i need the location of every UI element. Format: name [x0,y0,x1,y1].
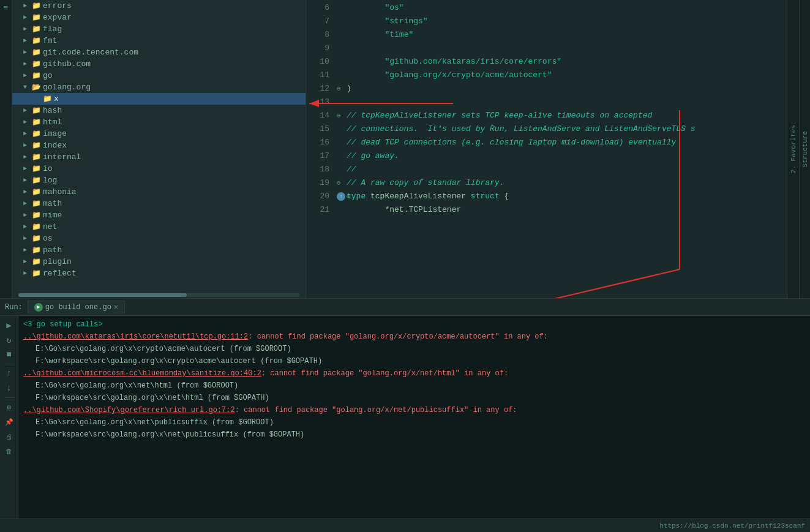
arrow-icon: ► [23,270,32,277]
play-button[interactable]: ▶ [2,318,16,332]
sidebar-item-errors[interactable]: ► 📁 errors [12,0,306,12]
sidebar-item-hash[interactable]: ► 📁 hash [12,105,306,116]
code-line-17: 17 // go away. [306,149,787,163]
error-link-3[interactable]: ..\github.com\Shopify\goreferrer\rich_ur… [23,406,235,414]
sidebar-item-internal[interactable]: ► 📁 internal [12,151,306,163]
sidebar-item-index[interactable]: ► 📁 index [12,140,306,151]
sidebar-item-image[interactable]: ► 📁 image [12,128,306,140]
sidebar-item-html[interactable]: ► 📁 html [12,116,306,128]
sidebar-item-label: mahonia [43,187,77,197]
settings-button[interactable]: ⚙ [2,400,16,414]
scrollbar-thumb[interactable] [18,293,187,297]
close-tab-button[interactable]: ✕ [114,302,118,312]
sidebar-item-git[interactable]: ► 📁 git.code.tencent.com [12,47,306,58]
folder-icon: 📁 [32,245,43,255]
fold-button[interactable]: ⊖ [337,109,347,122]
sidebar-item-label: x [54,94,59,103]
sidebar-item-go[interactable]: ► 📁 go [12,70,306,81]
folder-icon: 📁 [32,48,43,57]
code-line-15: 15 // connections. It's used by Run, Lis… [306,122,787,136]
line-number: 6 [306,1,337,15]
error-link-2[interactable]: ..\github.com\microcosm-cc\bluemonday\sa… [23,369,261,378]
structure-label[interactable]: Structure [801,131,809,167]
stop-button[interactable]: ■ [2,348,16,361]
clear-button[interactable]: 🗑 [2,444,16,458]
print-button[interactable]: 🖨 [2,430,16,443]
code-content: "os" [347,1,787,15]
status-bar: https://blog.csdn.net/printf123scanf [0,519,810,532]
arrow-icon: ► [23,107,32,114]
sidebar-item-label: fmt [43,36,57,45]
sidebar-item-reflect[interactable]: ► 📁 reflect [12,268,306,279]
sidebar-item-net[interactable]: ► 📁 net [12,221,306,233]
arrow-icon: ► [23,130,32,137]
error-link-1[interactable]: ..\github.com\kataras\iris\core\netutil\… [23,332,248,341]
sidebar-item-github[interactable]: ► 📁 github.com [12,58,306,70]
terminal-tab[interactable]: ▶ go build one.go ✕ [28,301,125,313]
sidebar-item-math[interactable]: ► 📁 math [12,198,306,209]
arrow-icon: ► [23,14,32,21]
code-line-6: 6 "os" [306,1,787,15]
sidebar-item-label: io [43,164,53,173]
side-icon-1[interactable]: ≡ [1,2,12,13]
line-number: 10 [306,55,337,69]
code-line-16: 16 // dead TCP connections (e.g. closing… [306,136,787,149]
terminal-output: <3 go setup calls> ..\github.com\kataras… [18,316,810,519]
sidebar-item-expvar[interactable]: ► 📁 expvar [12,12,306,23]
arrow-icon: ► [23,247,32,253]
change-badge: ↑ [337,192,345,201]
sidebar-item-label: hash [43,106,62,115]
sidebar-item-flag[interactable]: ► 📁 flag [12,23,306,35]
code-line-20: 20 ↑ ⊖ type tcpKeepAliveListener struct … [306,190,787,203]
line-number: 9 [306,42,337,55]
code-line-18: 18 // [306,163,787,176]
sidebar-item-x[interactable]: 📁 x [12,93,306,105]
folder-icon: 📁 [32,176,43,185]
folder-icon: 📁 [32,118,43,127]
folder-icon: 📁 [32,187,43,197]
run-label: Run: [5,303,23,312]
code-line-19: 19 ⊖ // A raw copy of standar library. [306,176,787,190]
terminal-panel: Run: ▶ go build one.go ✕ ▶ ↻ ■ ↑ ↓ ⚙ 📌 🖨… [0,298,810,519]
sidebar-item-log[interactable]: ► 📁 log [12,174,306,186]
arrow-icon: ► [23,26,32,32]
sidebar-item-io[interactable]: ► 📁 io [12,163,306,174]
sidebar-item-mime[interactable]: ► 📁 mime [12,209,306,221]
folder-icon: 📁 [32,164,43,173]
pin-button[interactable]: 📌 [2,415,16,429]
fold-button[interactable]: ⊖ [337,176,347,190]
divider [4,397,14,398]
code-line-10: 10 "github.com/kataras/iris/core/errors" [306,55,787,69]
cmd-line: <3 go setup calls> [23,318,805,331]
line-badges: ↑ ⊖ [337,190,347,203]
favorites-label[interactable]: 2. Favorites [790,125,797,173]
folder-icon: 📁 [32,152,43,162]
fold-button[interactable]: ⊖ [337,82,347,96]
sidebar-item-fmt[interactable]: ► 📁 fmt [12,35,306,47]
scrollbar-track[interactable] [18,293,299,297]
sidebar-item-path[interactable]: ► 📁 path [12,244,306,256]
divider [4,364,14,364]
arrow-icon: ► [23,142,32,149]
code-line-21: 21 *net.TCPListener [306,203,787,217]
error-line-1: ..\github.com\kataras\iris\core\netutil\… [23,331,805,343]
scroll-up-button[interactable]: ↑ [2,367,16,380]
arrow-icon: ► [23,212,32,219]
line-number: 21 [306,203,337,217]
folder-icon: 📁 [32,129,43,138]
error-line-3: ..\github.com\Shopify\goreferrer\rich_ur… [23,404,805,416]
scroll-down-button[interactable]: ↓ [2,381,16,395]
folder-icon: 📁 [43,94,54,103]
sidebar-item-os[interactable]: ► 📁 os [12,233,306,244]
rerun-button[interactable]: ↻ [2,333,16,347]
error-path-3b: F:\workspace\src\golang.org\x\net\public… [36,429,805,441]
sidebar-item-plugin[interactable]: ► 📁 plugin [12,256,306,268]
code-content: type tcpKeepAliveListener struct { [347,190,787,203]
sidebar-item-label: mime [43,211,62,220]
sidebar-item-golang-org[interactable]: ▼ 📂 golang.org [12,81,306,93]
arrow-icon: ► [23,189,32,195]
sidebar-item-label: internal [43,152,81,162]
sidebar-item-mahonia[interactable]: ► 📁 mahonia [12,186,306,198]
error-path-1b: F:\workspace\src\golang.org\x\crypto\acm… [36,355,805,367]
tab-label: go build one.go [45,303,111,312]
